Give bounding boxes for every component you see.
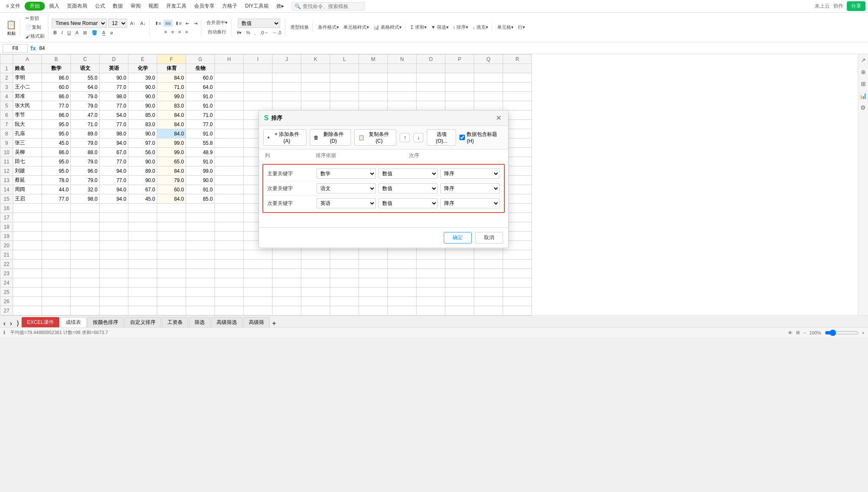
cell-a10[interactable]: 吴柳: [13, 148, 42, 157]
empty-cell-22-11[interactable]: [330, 260, 359, 269]
empty-cell-16-7[interactable]: [215, 204, 244, 213]
cell-c12[interactable]: 96.0: [71, 166, 100, 176]
cell-empty-12-0[interactable]: [215, 166, 244, 176]
empty-cell-24-5[interactable]: [157, 278, 186, 287]
cell-f7[interactable]: 84.0: [157, 120, 186, 129]
cell-b11[interactable]: 95.0: [42, 157, 71, 166]
empty-cell-18-7[interactable]: [215, 222, 244, 232]
empty-cell-22-14[interactable]: [417, 260, 445, 269]
empty-cell-18-4[interactable]: [128, 222, 157, 232]
row-header-27[interactable]: 27: [0, 306, 13, 315]
cell-g2[interactable]: 60.0: [186, 73, 215, 83]
empty-cell-23-13[interactable]: [388, 269, 417, 278]
cell-b6[interactable]: 86.0: [42, 111, 71, 120]
align-justify-button[interactable]: ≡: [184, 28, 189, 35]
row-col-button[interactable]: 行▾: [516, 23, 527, 31]
empty-cell-24-15[interactable]: [445, 278, 474, 287]
cell-e14[interactable]: 67.0: [128, 185, 157, 194]
cell-g15[interactable]: 85.0: [186, 194, 215, 204]
empty-cell-22-9[interactable]: [273, 260, 301, 269]
empty-cell-21-7[interactable]: [215, 250, 244, 260]
empty-cell-24-4[interactable]: [128, 278, 157, 287]
cell-g3[interactable]: 64.0: [186, 83, 215, 92]
empty-cell-24-17[interactable]: [503, 278, 532, 287]
cell-e13[interactable]: 90.0: [128, 176, 157, 185]
empty-cell-23-14[interactable]: [417, 269, 445, 278]
empty-cell-22-4[interactable]: [128, 260, 157, 269]
empty-cell-22-0[interactable]: [13, 260, 42, 269]
empty-cell-26-10[interactable]: [301, 297, 330, 306]
empty-cell-25-5[interactable]: [157, 287, 186, 297]
empty-cell-26-16[interactable]: [474, 297, 503, 306]
empty-cell-24-8[interactable]: [244, 278, 273, 287]
empty-cell-16-4[interactable]: [128, 204, 157, 213]
cell-b10[interactable]: 86.0: [42, 148, 71, 157]
cell-empty-4-5[interactable]: [359, 92, 388, 101]
menu-effect[interactable]: 效▸: [273, 2, 287, 11]
cell-empty-3-1[interactable]: [244, 83, 273, 92]
empty-cell-22-8[interactable]: [244, 260, 273, 269]
empty-cell-21-5[interactable]: [157, 250, 186, 260]
format-brush-button[interactable]: 🖌 格式刷: [24, 32, 46, 40]
cell-empty-1-9[interactable]: [474, 64, 503, 73]
cell-empty-5-8[interactable]: [445, 101, 474, 111]
cell-empty-3-3[interactable]: [301, 83, 330, 92]
cell-d4[interactable]: 98.0: [100, 92, 128, 101]
cell-empty-3-9[interactable]: [474, 83, 503, 92]
empty-cell-21-9[interactable]: [273, 250, 301, 260]
empty-cell-25-6[interactable]: [186, 287, 215, 297]
empty-cell-25-0[interactable]: [13, 287, 42, 297]
col-header-m[interactable]: M: [359, 55, 388, 64]
empty-cell-27-5[interactable]: [157, 306, 186, 315]
cell-c1[interactable]: 语文: [71, 64, 100, 73]
sort-by-select-1[interactable]: 数值单元格颜色字体颜色: [378, 183, 438, 193]
cell-e6[interactable]: 85.0: [128, 111, 157, 120]
cell-b8[interactable]: 95.0: [42, 129, 71, 138]
sheet-tab-excel-course[interactable]: EXCEL课件: [22, 317, 59, 327]
cell-f15[interactable]: 84.0: [157, 194, 186, 204]
cell-b5[interactable]: 77.0: [42, 101, 71, 111]
cell-empty-5-2[interactable]: [273, 101, 301, 111]
sum-button[interactable]: Σ 求和▾: [409, 23, 428, 31]
view-normal-icon[interactable]: 👁: [788, 330, 793, 335]
sheet-tab-payroll[interactable]: 工资条: [162, 317, 188, 327]
cell-empty-1-6[interactable]: [388, 64, 417, 73]
row-header-4[interactable]: 4: [0, 92, 13, 101]
cell-d9[interactable]: 94.0: [100, 138, 128, 148]
cell-empty-1-0[interactable]: [215, 64, 244, 73]
cell-empty-5-7[interactable]: [417, 101, 445, 111]
empty-cell-24-0[interactable]: [13, 278, 42, 287]
empty-cell-27-13[interactable]: [388, 306, 417, 315]
cell-e4[interactable]: 90.0: [128, 92, 157, 101]
cell-a3[interactable]: 王小二: [13, 83, 42, 92]
cell-f14[interactable]: 60.0: [157, 185, 186, 194]
empty-cell-20-4[interactable]: [128, 241, 157, 250]
empty-cell-21-14[interactable]: [417, 250, 445, 260]
font-increase-button[interactable]: A↑: [128, 20, 137, 27]
col-header-b[interactable]: B: [42, 55, 71, 64]
empty-cell-23-2[interactable]: [71, 269, 100, 278]
empty-cell-23-4[interactable]: [128, 269, 157, 278]
empty-cell-25-10[interactable]: [301, 287, 330, 297]
right-panel-settings[interactable]: ⚙: [859, 103, 868, 112]
empty-cell-22-17[interactable]: [503, 260, 532, 269]
empty-cell-23-0[interactable]: [13, 269, 42, 278]
cell-empty-5-9[interactable]: [474, 101, 503, 111]
cell-empty-3-8[interactable]: [445, 83, 474, 92]
cell-b14[interactable]: 44.0: [42, 185, 71, 194]
cell-d15[interactable]: 94.0: [100, 194, 128, 204]
empty-cell-19-3[interactable]: [100, 232, 128, 241]
number-format-select[interactable]: 数值文本货币: [238, 19, 280, 28]
empty-cell-22-12[interactable]: [359, 260, 388, 269]
empty-cell-19-4[interactable]: [128, 232, 157, 241]
col-header-r[interactable]: R: [503, 55, 532, 64]
empty-cell-19-7[interactable]: [215, 232, 244, 241]
sort-by-select-2[interactable]: 数值单元格颜色字体颜色: [378, 198, 438, 208]
cell-g8[interactable]: 91.0: [186, 129, 215, 138]
cell-f1[interactable]: 体育: [157, 64, 186, 73]
empty-cell-27-1[interactable]: [42, 306, 71, 315]
empty-cell-21-17[interactable]: [503, 250, 532, 260]
empty-cell-18-2[interactable]: [71, 222, 100, 232]
cell-f12[interactable]: 84.0: [157, 166, 186, 176]
underline-button[interactable]: U: [66, 29, 72, 36]
